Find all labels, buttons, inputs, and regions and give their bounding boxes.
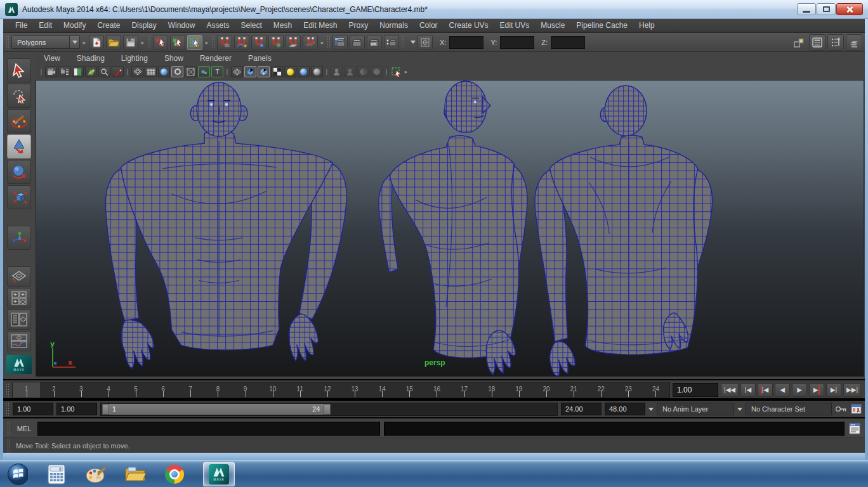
xyz-group-grip[interactable] xyxy=(401,36,405,49)
light-gray-icon[interactable] xyxy=(311,66,323,77)
four-pane-layout-icon[interactable] xyxy=(7,288,31,308)
frame-cell[interactable]: 7 xyxy=(177,382,204,398)
command-output[interactable] xyxy=(384,422,845,436)
light-yellow-icon[interactable] xyxy=(284,66,296,77)
menu-item[interactable]: Display xyxy=(126,19,162,32)
isolate-select-icon[interactable] xyxy=(331,66,343,77)
frame-cell[interactable]: 17 xyxy=(450,382,478,398)
frame-cell[interactable]: 15 xyxy=(396,382,423,398)
menu-item[interactable]: Normals xyxy=(374,19,414,32)
character-set-selector[interactable]: No Character Set xyxy=(746,403,832,415)
open-scene-icon[interactable] xyxy=(106,35,121,50)
frame-cell[interactable]: 21 xyxy=(560,382,588,398)
render-current-frame-icon[interactable] xyxy=(350,35,365,50)
menu-item[interactable]: Color xyxy=(414,19,444,32)
z-input[interactable] xyxy=(551,36,585,49)
select-component-icon[interactable] xyxy=(187,35,202,50)
save-scene-icon[interactable] xyxy=(123,35,138,50)
panel-menu-item[interactable]: Show xyxy=(162,54,191,63)
animation-start-field[interactable] xyxy=(13,403,53,415)
scale-tool-icon[interactable] xyxy=(7,185,31,209)
camera-attributes-icon[interactable] xyxy=(58,66,70,77)
render-view-icon[interactable] xyxy=(332,35,348,50)
attribute-editor-icon[interactable] xyxy=(809,34,825,51)
anim-layer-selector[interactable]: No Anim Layer xyxy=(657,403,734,415)
light-blue-icon[interactable] xyxy=(298,66,310,77)
frame-cell[interactable]: 9 xyxy=(232,382,259,398)
menu-item[interactable]: Edit Mesh xyxy=(298,19,343,32)
menu-item[interactable]: File xyxy=(10,19,33,32)
menu-item[interactable]: Create UVs xyxy=(444,19,494,32)
frame-cell[interactable]: 6 xyxy=(150,382,177,398)
command-line-language-toggle[interactable]: MEL xyxy=(15,425,34,432)
zoom-region-icon[interactable] xyxy=(98,66,110,77)
menu-item[interactable]: Muscle xyxy=(535,19,570,32)
current-time-field[interactable] xyxy=(673,383,718,397)
time-slider-grip[interactable] xyxy=(6,383,10,397)
y-input[interactable] xyxy=(500,36,534,49)
panel-menu-item[interactable]: View xyxy=(41,54,68,63)
minimize-button[interactable] xyxy=(797,3,816,15)
frame-cell[interactable]: 12 xyxy=(313,382,341,398)
frame-cell[interactable]: 16 xyxy=(423,382,450,398)
frame-cell[interactable]: 1 xyxy=(13,382,40,398)
select-hierarchy-icon[interactable] xyxy=(153,35,168,50)
textured-icon[interactable] xyxy=(198,66,210,77)
render-settings-icon[interactable] xyxy=(384,35,399,50)
go-to-start-button[interactable]: |◀◀ xyxy=(721,383,739,397)
default-material-icon[interactable] xyxy=(171,66,183,77)
image-plane-icon[interactable] xyxy=(85,66,97,77)
universal-manipulator-icon[interactable] xyxy=(7,226,31,250)
title-bar[interactable]: Autodesk Maya 2014 x64: C:\Users\1\Docum… xyxy=(0,0,868,19)
frame-cell[interactable]: 24 xyxy=(642,382,669,398)
menu-item[interactable]: Pipeline Cache xyxy=(570,19,633,32)
snap-view-plane-icon[interactable] xyxy=(286,35,301,50)
select-camera-icon[interactable] xyxy=(45,66,57,77)
windows-explorer-icon[interactable] xyxy=(124,464,146,485)
x-input[interactable] xyxy=(449,36,483,49)
range-slider-bar[interactable]: 1 24 xyxy=(102,404,331,415)
frame-cell[interactable]: 13 xyxy=(341,382,369,398)
go-to-end-button[interactable]: ▶▶| xyxy=(843,383,861,397)
rotate-tool-icon[interactable] xyxy=(7,160,31,184)
isolate-remove-icon[interactable] xyxy=(371,66,383,77)
range-slider-groove[interactable]: 1 24 xyxy=(100,403,558,416)
frame-cell[interactable]: 2 xyxy=(40,382,67,398)
outliner-persp-layout-icon[interactable] xyxy=(7,309,31,330)
chrome-icon[interactable] xyxy=(164,464,185,485)
checker-material-icon[interactable] xyxy=(271,66,283,77)
make-live-icon[interactable] xyxy=(303,35,318,50)
default-lighting-icon[interactable] xyxy=(231,66,243,77)
menu-item[interactable]: Create xyxy=(91,19,126,32)
menu-item[interactable]: Select xyxy=(235,19,267,32)
render-group-grip[interactable] xyxy=(327,36,331,49)
shaded-cube-icon[interactable] xyxy=(244,66,256,77)
input-field-mode-caret-icon[interactable] xyxy=(411,41,416,44)
snap-grid-icon[interactable] xyxy=(217,35,232,50)
no-live-surface-icon[interactable] xyxy=(418,35,433,50)
menu-item[interactable]: Edit xyxy=(33,19,58,32)
maya-logo[interactable]: MAYA xyxy=(6,355,32,374)
bookmarks-icon[interactable] xyxy=(72,66,84,77)
playback-end-field[interactable] xyxy=(561,403,602,415)
menu-item[interactable]: Window xyxy=(162,19,201,32)
menu-item[interactable]: Modify xyxy=(58,19,91,32)
snap-group-grip[interactable] xyxy=(211,36,215,49)
step-back-frame-button[interactable]: |◀ xyxy=(740,383,756,397)
maximize-button[interactable] xyxy=(817,3,836,15)
menu-item[interactable]: Help xyxy=(633,19,661,32)
snap-curve-icon[interactable] xyxy=(234,35,249,50)
new-scene-icon[interactable] xyxy=(89,35,104,50)
range-end-handle[interactable] xyxy=(324,404,331,415)
script-editor-icon[interactable] xyxy=(848,422,861,435)
time-ruler[interactable]: 123456789101112131415161718192021222324 xyxy=(12,382,670,398)
step-forward-frame-button[interactable]: ▶| xyxy=(826,383,841,397)
select-tool-icon[interactable] xyxy=(7,58,31,82)
frame-cell[interactable]: 10 xyxy=(259,382,286,398)
command-line-grip[interactable] xyxy=(7,422,11,436)
maya-taskbar-button[interactable]: MAYA xyxy=(203,462,235,486)
menu-item[interactable]: Edit UVs xyxy=(494,19,536,32)
object-selection-mask-icon[interactable] xyxy=(390,66,402,77)
use-all-lights-icon[interactable]: T xyxy=(211,66,223,77)
grease-pencil-icon[interactable] xyxy=(112,66,124,77)
